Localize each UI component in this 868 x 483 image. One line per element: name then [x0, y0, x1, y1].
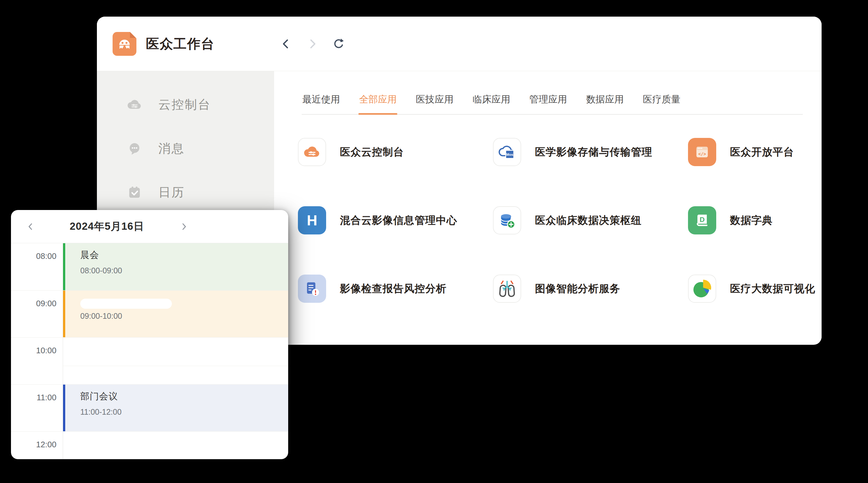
window-header: 医众工作台 — [97, 17, 822, 71]
refresh-button[interactable] — [332, 37, 346, 51]
app-label: 影像检查报告风控分析 — [340, 282, 446, 296]
redacted-event-title — [80, 299, 172, 309]
cloud-console-icon — [126, 96, 143, 114]
code-glyph: </> — [698, 151, 706, 156]
report-warning-icon — [298, 275, 326, 303]
pie-chart-icon — [688, 275, 716, 303]
database-plus-icon — [493, 206, 521, 234]
app-logo-icon — [113, 32, 136, 56]
calendar-header: 2024年5月16日 — [11, 210, 288, 243]
h-letter: H — [307, 212, 317, 229]
calendar-event-redacted[interactable]: 09:00-10:00 — [63, 291, 288, 337]
calendar-event-morning-meeting[interactable]: 晨会 08:00-09:00 — [63, 243, 288, 290]
sidebar-item-messages[interactable]: 消息 — [97, 134, 274, 163]
event-title: 部门会议 — [80, 390, 282, 403]
calendar-slot[interactable] — [63, 431, 288, 459]
code-browser-icon: </> — [688, 138, 716, 166]
app-item-image-storage[interactable]: Mos 医学影像存储与传输管理 — [493, 138, 688, 166]
app-title: 医众工作台 — [146, 35, 215, 53]
d-letter: D — [700, 216, 705, 223]
tab-medical-quality[interactable]: 医疗质量 — [642, 93, 681, 114]
app-label: 图像智能分析服务 — [535, 282, 620, 296]
chevron-left-icon — [26, 222, 36, 232]
chevron-right-icon — [179, 222, 189, 232]
sidebar-item-calendar[interactable]: 日历 — [97, 178, 274, 206]
message-icon — [126, 140, 143, 157]
sidebar-item-label: 消息 — [158, 140, 185, 157]
half-hour-gridline — [63, 366, 288, 366]
mos-cloud-icon: Mos — [493, 138, 521, 166]
tab-recently-used[interactable]: 最近使用 — [302, 93, 341, 114]
app-label: 医学影像存储与传输管理 — [535, 145, 652, 159]
calendar-row-0800: 08:00 晨会 08:00-09:00 — [11, 243, 288, 290]
chevron-left-icon — [280, 38, 292, 50]
calendar-event-department-meeting[interactable]: 部门会议 11:00-12:00 — [63, 385, 288, 431]
time-label: 12:00 — [11, 431, 63, 459]
time-label: 10:00 — [11, 337, 63, 384]
calendar-slot[interactable]: 部门会议 11:00-12:00 — [63, 385, 288, 431]
app-item-open-platform[interactable]: </> 医众开放平台 — [688, 138, 822, 166]
app-label: 医众云控制台 — [340, 145, 404, 159]
calendar-slot[interactable]: 09:00-10:00 — [63, 291, 288, 337]
app-item-clinical-data-hub[interactable]: 医众临床数据决策枢纽 — [493, 206, 688, 234]
app-item-cloud-console[interactable]: 医众云控制台 — [298, 138, 493, 166]
app-item-data-dictionary[interactable]: D 数据字典 — [688, 206, 822, 234]
sidebar-item-label: 云控制台 — [158, 96, 211, 113]
app-item-big-data-visualization[interactable]: 医疗大数据可视化 — [688, 275, 822, 303]
cloud-sliders-icon — [298, 138, 326, 166]
dictionary-book-icon: D — [688, 206, 716, 234]
tab-data-apps[interactable]: 数据应用 — [585, 93, 624, 114]
time-label: 08:00 — [11, 243, 63, 290]
calendar-day-view: 08:00 晨会 08:00-09:00 09:00 09:00-10:00 — [11, 243, 288, 459]
app-label: 混合云影像信息管理中心 — [340, 214, 457, 228]
app-label: 数据字典 — [730, 214, 773, 228]
sidebar-item-cloud-console[interactable]: 云控制台 — [97, 91, 274, 119]
event-time-range: 08:00-09:00 — [80, 266, 282, 275]
apps-grid: 医众云控制台 Mos 医学影像存储与传输管理 — [298, 138, 822, 303]
app-item-hybrid-cloud-center[interactable]: H 混合云影像信息管理中心 — [298, 206, 493, 234]
tab-management-apps[interactable]: 管理应用 — [529, 93, 567, 114]
event-title: 晨会 — [80, 249, 282, 261]
calendar-slot[interactable]: 晨会 08:00-09:00 — [63, 243, 288, 290]
app-label: 医疗大数据可视化 — [730, 282, 815, 296]
forward-button[interactable] — [305, 37, 319, 51]
tab-all-apps[interactable]: 全部应用 — [359, 93, 397, 114]
tab-clinical-apps[interactable]: 临床应用 — [472, 93, 511, 114]
event-time-range: 09:00-10:00 — [80, 312, 282, 321]
calendar-row-1200: 12:00 — [11, 431, 288, 459]
calendar-row-0900: 09:00 09:00-10:00 — [11, 290, 288, 337]
app-category-tabs: 最近使用 全部应用 医技应用 临床应用 管理应用 数据应用 医疗质量 — [302, 93, 803, 115]
nav-controls — [279, 17, 346, 71]
calendar-prev-day-button[interactable] — [24, 219, 38, 234]
app-label: 医众临床数据决策枢纽 — [535, 214, 642, 228]
tab-medtech-apps[interactable]: 医技应用 — [415, 93, 454, 114]
sidebar-item-label: 日历 — [158, 184, 185, 201]
time-label: 09:00 — [11, 291, 63, 337]
chevron-right-icon — [306, 38, 319, 50]
calendar-slot[interactable] — [63, 337, 288, 384]
time-label: 11:00 — [11, 385, 63, 431]
calendar-row-1100: 11:00 部门会议 11:00-12:00 — [11, 384, 288, 431]
mos-badge-text: Mos — [506, 153, 513, 156]
calendar-row-1000: 10:00 — [11, 337, 288, 384]
calendar-next-day-button[interactable] — [177, 219, 191, 234]
main-content: 最近使用 全部应用 医技应用 临床应用 管理应用 数据应用 医疗质量 — [274, 71, 822, 345]
app-label: 医众开放平台 — [730, 145, 794, 159]
desktop-background: 医众工作台 — [0, 0, 868, 483]
event-time-range: 11:00-12:00 — [80, 408, 282, 417]
app-item-image-ai-analysis[interactable]: 图像智能分析服务 — [493, 275, 688, 303]
lungs-icon — [493, 275, 521, 303]
app-item-report-risk-analysis[interactable]: 影像检查报告风控分析 — [298, 275, 493, 303]
back-button[interactable] — [279, 37, 293, 51]
calendar-icon — [126, 184, 143, 201]
calendar-date: 2024年5月16日 — [49, 219, 165, 233]
refresh-icon — [332, 38, 345, 50]
letter-h-icon: H — [298, 206, 326, 234]
calendar-panel: 2024年5月16日 08:00 晨会 08:00-09:00 09:00 — [11, 210, 288, 459]
